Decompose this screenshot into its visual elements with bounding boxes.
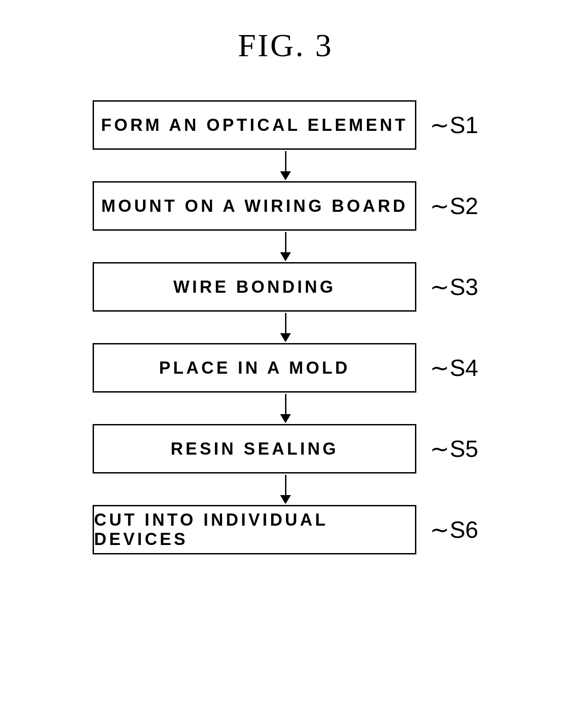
step-box-s3: WIRE BONDING (93, 262, 416, 312)
step-id-s1: ∼ S1 (430, 112, 478, 138)
arrow-head-1 (280, 171, 291, 180)
step-id-s2: ∼ S2 (430, 192, 478, 219)
arrow-3 (124, 312, 447, 343)
arrow-head-4 (280, 414, 291, 423)
step-row-s4: PLACE IN A MOLD ∼ S4 (83, 343, 488, 393)
step-row-s1: FORM AN OPTICAL ELEMENT ∼ S1 (83, 100, 488, 150)
arrow-line-3 (285, 313, 286, 333)
step-row-s6: CUT INTO INDIVIDUAL DEVICES ∼ S6 (83, 505, 488, 554)
step-label-s5: RESIN SEALING (170, 439, 339, 459)
arrow-4 (124, 393, 447, 424)
step-id-connector-s6: ∼ (430, 516, 450, 543)
step-label-s6: CUT INTO INDIVIDUAL DEVICES (94, 510, 415, 549)
step-box-s1: FORM AN OPTICAL ELEMENT (93, 100, 416, 150)
arrow-shape-2 (280, 232, 291, 261)
figure-title: FIG. 3 (238, 27, 333, 64)
step-label-s4: PLACE IN A MOLD (159, 358, 350, 378)
arrow-line-1 (285, 151, 286, 171)
step-id-s5: ∼ S5 (430, 435, 478, 462)
arrow-line-4 (285, 394, 286, 414)
step-id-s6: ∼ S6 (430, 516, 478, 543)
arrow-1 (124, 150, 447, 181)
step-id-s3: ∼ S3 (430, 273, 478, 300)
step-row-s3: WIRE BONDING ∼ S3 (83, 262, 488, 312)
arrow-line-2 (285, 232, 286, 252)
step-id-connector-s5: ∼ (430, 435, 450, 462)
arrow-shape-5 (280, 475, 291, 504)
arrow-head-5 (280, 495, 291, 504)
step-row-s2: MOUNT ON A WIRING BOARD ∼ S2 (83, 181, 488, 231)
step-box-s5: RESIN SEALING (93, 424, 416, 473)
step-id-s4: ∼ S4 (430, 354, 478, 381)
step-box-s6: CUT INTO INDIVIDUAL DEVICES (93, 505, 416, 554)
arrow-2 (124, 231, 447, 262)
arrow-5 (124, 473, 447, 505)
step-box-s2: MOUNT ON A WIRING BOARD (93, 181, 416, 231)
arrow-shape-1 (280, 151, 291, 180)
arrow-head-3 (280, 333, 291, 342)
arrow-shape-4 (280, 394, 291, 423)
arrow-line-5 (285, 475, 286, 495)
arrow-head-2 (280, 252, 291, 261)
step-box-s4: PLACE IN A MOLD (93, 343, 416, 393)
step-row-s5: RESIN SEALING ∼ S5 (83, 424, 488, 473)
step-id-connector-s1: ∼ (430, 112, 450, 138)
step-id-connector-s2: ∼ (430, 192, 450, 219)
step-label-s2: MOUNT ON A WIRING BOARD (101, 197, 408, 216)
step-label-s3: WIRE BONDING (174, 277, 336, 297)
step-id-connector-s4: ∼ (430, 354, 450, 381)
arrow-shape-3 (280, 313, 291, 342)
step-label-s1: FORM AN OPTICAL ELEMENT (101, 116, 408, 135)
step-id-connector-s3: ∼ (430, 273, 450, 300)
flowchart: FORM AN OPTICAL ELEMENT ∼ S1 MOUNT ON A … (83, 100, 488, 554)
